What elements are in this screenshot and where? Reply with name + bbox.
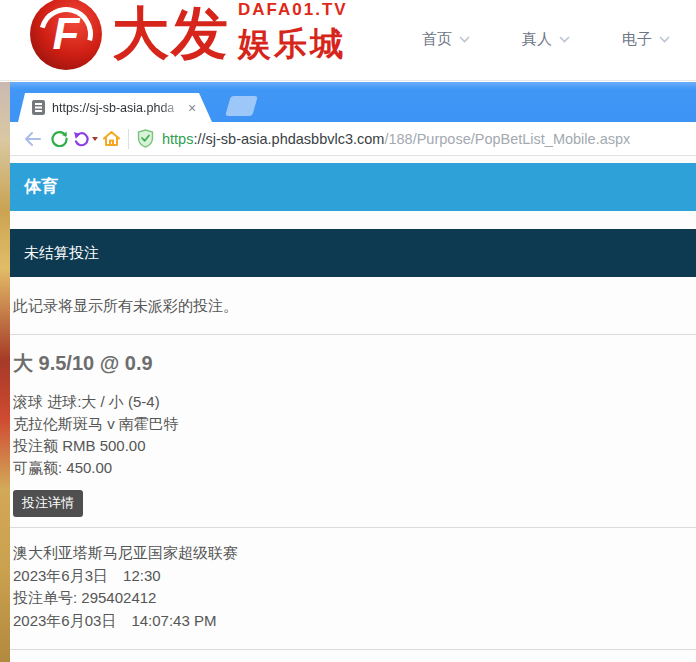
browser-titlebar: https://sj-sb-asia.phda × [10, 82, 696, 122]
bet-match: 克拉伦斯斑马 v 南霍巴特 [13, 413, 696, 435]
refresh-icon [51, 130, 68, 147]
nav-item-label: 首页 [422, 30, 452, 49]
toolbar-separator [128, 129, 129, 149]
back-icon [24, 132, 42, 146]
bet-id: 投注单号: 295402412 [13, 587, 696, 610]
bet-details-button[interactable]: 投注详情 [13, 490, 83, 517]
bet-selection-headline: 大 9.5/10 @ 0.9 [13, 348, 696, 378]
nav-item-label: 电子 [622, 30, 652, 49]
site-logo[interactable]: F 大发 DAFA01.TV 娱乐城 [30, 0, 348, 70]
divider [10, 527, 696, 528]
browser-window: https://sj-sb-asia.phda × https://s [10, 82, 696, 662]
home-button[interactable] [98, 126, 124, 152]
bet-info-lines: 澳大利亚塔斯马尼亚国家超级联赛 2023年6月3日 12:30 投注单号: 29… [13, 542, 696, 632]
chevron-down-icon [559, 36, 570, 43]
address-bar[interactable]: https://sj-sb-asia.phdasbbvlc3.com/188/P… [137, 129, 686, 148]
bet-league: 澳大利亚塔斯马尼亚国家超级联赛 [13, 542, 696, 565]
section-header-unsettled-bets: 未结算投注 [10, 229, 696, 277]
bet-stake: 投注额 RMB 500.00 [13, 435, 696, 457]
main-nav: 首页 真人 电子 [422, 30, 670, 49]
tab-title: https://sj-sb-asia.phda [52, 101, 184, 115]
url-host: ://sj-sb-asia.phdasbbvlc3.com [193, 131, 384, 147]
brand-domain: DAFA01.TV [238, 0, 348, 20]
site-header: F 大发 DAFA01.TV 娱乐城 首页 真人 电子 [0, 0, 696, 81]
section-header-sports: 体育 [10, 163, 696, 211]
chevron-down-icon [659, 36, 670, 43]
refresh-button[interactable] [46, 126, 72, 152]
undo-icon [73, 131, 90, 147]
brand-name: 大发 [112, 0, 230, 68]
url-text: https://sj-sb-asia.phdasbbvlc3.com/188/P… [162, 131, 630, 147]
browser-toolbar: https://sj-sb-asia.phdasbbvlc3.com/188/P… [10, 122, 696, 156]
bet-placed-time: 2023年6月03日 14:07:43 PM [13, 610, 696, 633]
new-tab-button[interactable] [225, 96, 258, 116]
bet-potential-win: 可赢额: 450.00 [13, 457, 696, 479]
shield-icon[interactable] [137, 129, 154, 148]
nav-item-home[interactable]: 首页 [422, 30, 470, 49]
page-viewport: 体育 未结算投注 此记录将显示所有未派彩的投注。 大 9.5/10 @ 0.9 … [10, 156, 696, 662]
logo-emblem-icon: F [30, 0, 102, 70]
url-scheme: https [162, 131, 193, 147]
bet-detail-lines: 滚球 进球:大 / 小 (5-4) 克拉伦斯斑马 v 南霍巴特 投注额 RMB … [13, 391, 696, 479]
close-icon[interactable]: × [188, 101, 196, 115]
brand-subtitle: 娱乐城 [238, 22, 348, 67]
nav-item-live[interactable]: 真人 [522, 30, 570, 49]
description-text: 此记录将显示所有未派彩的投注。 [13, 295, 696, 317]
back-button[interactable] [20, 126, 46, 152]
screen: F 大发 DAFA01.TV 娱乐城 首页 真人 电子 [0, 0, 696, 662]
url-path: /188/Purpose/PopBetList_Mobile.aspx [384, 131, 630, 147]
page-background-strip [0, 82, 10, 662]
divider [10, 334, 696, 335]
bet-match-time: 2023年6月3日 12:30 [13, 565, 696, 588]
nav-item-slots[interactable]: 电子 [622, 30, 670, 49]
home-icon [102, 130, 121, 147]
divider [10, 649, 696, 650]
browser-tab[interactable]: https://sj-sb-asia.phda × [18, 93, 212, 122]
undo-button[interactable] [72, 126, 98, 152]
bet-market: 滚球 进球:大 / 小 (5-4) [13, 391, 696, 413]
nav-item-label: 真人 [522, 30, 552, 49]
page-favicon-icon [32, 100, 45, 115]
undo-dropdown-icon[interactable] [92, 137, 98, 141]
logo-letter: F [30, 0, 102, 70]
chevron-down-icon [459, 36, 470, 43]
